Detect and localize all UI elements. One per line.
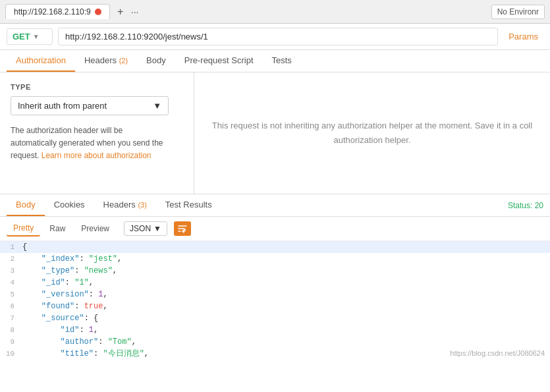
fmt-tab-raw[interactable]: Raw <box>43 221 72 236</box>
resp-tab-headers[interactable]: Headers (3) <box>94 194 156 216</box>
browser-tab[interactable]: http://192.168.2.110:9 <box>5 4 110 19</box>
auth-type-label: TYPE <box>11 83 183 91</box>
tab-headers[interactable]: Headers (2) <box>75 50 137 72</box>
line-content: "_source": { <box>20 312 550 324</box>
params-button[interactable]: Params <box>503 29 543 44</box>
line-content: { <box>20 241 550 253</box>
status-badge: Status: 20 <box>508 201 543 210</box>
line-content: "author": "Tom", <box>20 336 550 348</box>
tab-tests[interactable]: Tests <box>263 50 301 72</box>
table-row: 1{ <box>0 241 550 253</box>
table-row: 3 "_type": "news", <box>0 265 550 277</box>
fmt-tab-preview[interactable]: Preview <box>74 221 116 236</box>
table-row: 9 "author": "Tom", <box>0 336 550 348</box>
format-bar: Pretty Raw Preview JSON ▼ <box>0 217 550 241</box>
fmt-tab-pretty[interactable]: Pretty <box>7 221 40 237</box>
url-input[interactable] <box>58 28 498 45</box>
line-content: "id": 1, <box>20 324 550 336</box>
tab-prerequest[interactable]: Pre-request Script <box>175 50 263 72</box>
table-row: 5 "_version": 1, <box>0 289 550 300</box>
url-bar: GET ▼ Params <box>0 24 550 50</box>
format-select-value: JSON <box>130 224 151 233</box>
line-number: 10 <box>0 348 20 360</box>
line-content: "_version": 1, <box>20 289 550 300</box>
line-number: 7 <box>0 312 20 324</box>
format-type-select[interactable]: JSON ▼ <box>124 221 167 236</box>
auth-select-value: Inherit auth from parent <box>18 101 107 111</box>
auth-section: TYPE Inherit auth from parent ▼ The auth… <box>0 72 550 194</box>
table-row: 7 "_source": { <box>0 312 550 324</box>
table-row: 6 "found": true, <box>0 300 550 312</box>
line-content: "found": true, <box>20 300 550 312</box>
tab-dot <box>95 9 101 15</box>
tab-url-label: http://192.168.2.110:9 <box>14 7 91 16</box>
tab-bar: http://192.168.2.110:9 + ··· No Environr <box>0 0 550 24</box>
resp-tab-body[interactable]: Body <box>7 194 45 216</box>
tab-more-button[interactable]: ··· <box>131 7 139 17</box>
auth-description: The authorization header will be automat… <box>11 125 183 163</box>
line-number: 6 <box>0 300 20 312</box>
method-chevron-icon: ▼ <box>33 33 40 40</box>
auth-right-panel: This request is not inheriting any autho… <box>194 72 550 194</box>
add-tab-button[interactable]: + <box>113 4 128 20</box>
table-row: 10 "title": "今日消息", <box>0 348 550 360</box>
response-section: Body Cookies Headers (3) Test Results St… <box>0 194 550 360</box>
line-number: 3 <box>0 265 20 277</box>
resp-tab-cookies[interactable]: Cookies <box>45 194 94 216</box>
table-row: 4 "_id": "1", <box>0 277 550 289</box>
line-number: 1 <box>0 241 20 253</box>
line-number: 2 <box>0 253 20 265</box>
auth-select-chevron-icon: ▼ <box>153 101 161 111</box>
auth-inherit-message: This request is not inheriting any autho… <box>212 119 532 148</box>
word-wrap-button[interactable] <box>174 221 191 236</box>
line-content: "title": "今日消息", <box>20 348 550 360</box>
response-tabs: Body Cookies Headers (3) Test Results St… <box>0 194 550 217</box>
table-row: 2 "_index": "jest", <box>0 253 550 265</box>
line-number: 8 <box>0 324 20 336</box>
method-select[interactable]: GET ▼ <box>7 28 53 45</box>
learn-more-link[interactable]: Learn more about authorization <box>41 151 151 160</box>
method-label: GET <box>13 32 30 42</box>
format-chevron-icon: ▼ <box>153 224 161 233</box>
line-number: 9 <box>0 336 20 348</box>
auth-type-select[interactable]: Inherit auth from parent ▼ <box>11 96 169 115</box>
tab-authorization[interactable]: Authorization <box>7 50 75 72</box>
resp-tab-test-results[interactable]: Test Results <box>156 194 221 216</box>
no-environment-label[interactable]: No Environr <box>491 5 545 19</box>
line-number: 4 <box>0 277 20 289</box>
line-number: 5 <box>0 289 20 300</box>
code-view: 1{2 "_index": "jest",3 "_type": "news",4… <box>0 241 550 360</box>
request-tabs: Authorization Headers (2) Body Pre-reque… <box>0 50 550 72</box>
tab-body[interactable]: Body <box>137 50 175 72</box>
line-content: "_id": "1", <box>20 277 550 289</box>
auth-left-panel: TYPE Inherit auth from parent ▼ The auth… <box>0 72 194 194</box>
line-content: "_type": "news", <box>20 265 550 277</box>
line-content: "_index": "jest", <box>20 253 550 265</box>
table-row: 8 "id": 1, <box>0 324 550 336</box>
